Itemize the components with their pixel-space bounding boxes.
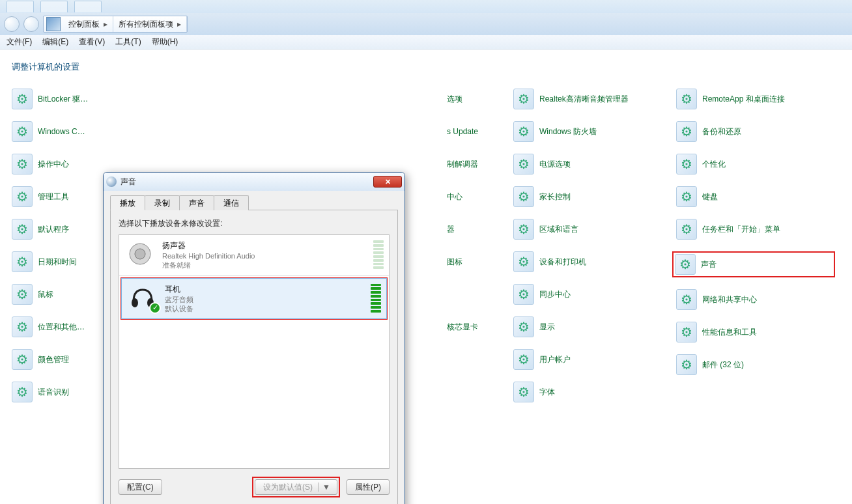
device-headphones[interactable]: ✓ 耳机 蓝牙音频 默认设备 <box>121 278 387 320</box>
configure-button[interactable]: 配置(C) <box>119 479 162 495</box>
browser-tab-strip <box>0 0 852 13</box>
cp-item-label: 性能信息和工具 <box>702 327 757 338</box>
browser-tab[interactable] <box>7 1 34 12</box>
cp-col5-item[interactable]: ⚙备份和还原 <box>672 121 835 142</box>
tab-sounds[interactable]: 声音 <box>179 195 214 210</box>
cp-col3-item[interactable]: ⚙图标 <box>417 251 509 272</box>
menu-help[interactable]: 帮助(H) <box>148 35 182 49</box>
cp-col4-item[interactable]: ⚙同步中心 <box>509 284 672 305</box>
cp-col4-item[interactable]: ⚙家长控制 <box>509 186 672 207</box>
set-default-button[interactable]: 设为默认值(S) ▼ <box>255 479 337 495</box>
breadcrumb[interactable]: 所有控制面板项 <box>113 16 187 32</box>
cp-col3-item[interactable]: ⚙器 <box>417 219 509 240</box>
cp-col4-item[interactable]: ⚙区域和语言 <box>509 219 672 240</box>
svg-point-1 <box>135 249 145 259</box>
set-default-label: 设为默认值(S) <box>263 482 313 493</box>
cp-item-label: 默认程序 <box>38 224 69 235</box>
cp-col3-item[interactable]: ⚙中心 <box>417 186 509 207</box>
device-driver: Realtek High Definition Audio <box>162 251 367 260</box>
cp-item-label: Windows 防火墙 <box>539 126 597 137</box>
cp-item-icon: ⚙ <box>513 154 534 175</box>
cp-item-label: 声音 <box>701 259 717 270</box>
cp-col3-item[interactable]: ⚙核芯显卡 <box>417 316 509 337</box>
headphones-icon: ✓ <box>127 284 158 311</box>
cp-item-label: 语音识别 <box>38 387 69 398</box>
cp-col1-item[interactable]: ⚙Windows C… <box>8 121 171 142</box>
cp-item-label: 网络和共享中心 <box>702 294 757 305</box>
nav-forward-button[interactable] <box>23 16 39 32</box>
tab-playback[interactable]: 播放 <box>110 195 145 210</box>
cp-col1-item[interactable]: ⚙BitLocker 驱… <box>8 89 171 109</box>
cp-col3-item[interactable]: ⚙ <box>417 284 509 305</box>
menu-view[interactable]: 查看(V) <box>75 35 109 49</box>
nav-back-button[interactable] <box>4 16 20 32</box>
menu-bar: 文件(F) 编辑(E) 查看(V) 工具(T) 帮助(H) <box>0 35 852 49</box>
menu-tools[interactable]: 工具(T) <box>111 35 145 49</box>
cp-item-icon: ⚙ <box>12 251 33 272</box>
device-name: 耳机 <box>165 284 364 295</box>
cp-item-icon: ⚙ <box>675 254 696 275</box>
cp-item-label: 键盘 <box>702 191 718 203</box>
tab-communications[interactable]: 通信 <box>214 195 249 210</box>
dialog-title-bar[interactable]: 声音 ✕ <box>104 173 405 191</box>
breadcrumb[interactable]: 控制面板 <box>63 16 113 32</box>
device-speakers[interactable]: 扬声器 Realtek High Definition Audio 准备就绪 <box>119 235 389 276</box>
menu-file[interactable]: 文件(F) <box>3 35 36 49</box>
cp-col4-item[interactable]: ⚙显示 <box>509 316 672 337</box>
cp-col5-item[interactable]: ⚙网络和共享中心 <box>672 289 835 310</box>
speaker-icon <box>124 240 156 268</box>
cp-col4-item[interactable]: ⚙字体 <box>509 382 672 402</box>
cp-col4-item[interactable]: ⚙设备和打印机 <box>509 251 672 272</box>
cp-item-icon: ⚙ <box>12 316 33 337</box>
cp-item-label: BitLocker 驱… <box>38 94 88 105</box>
browser-tab[interactable] <box>40 1 68 12</box>
cp-col4-item[interactable]: ⚙Realtek高清晰音频管理器 <box>509 89 672 109</box>
browser-tab[interactable] <box>74 1 102 12</box>
cp-col3-item[interactable]: ⚙s Update <box>417 121 509 142</box>
properties-button[interactable]: 属性(P) <box>347 479 390 495</box>
address-bar: 控制面板 所有控制面板项 <box>0 13 852 35</box>
cp-col5-item[interactable]: ⚙键盘 <box>672 186 835 207</box>
cp-item-label: Windows C… <box>38 127 85 136</box>
cp-item-icon: ⚙ <box>513 89 534 109</box>
cp-item-label: 设备和打印机 <box>539 257 586 268</box>
cp-col5-item[interactable]: ⚙个性化 <box>672 154 835 175</box>
cp-item-icon: ⚙ <box>676 219 697 240</box>
cp-col5-item[interactable]: ⚙RemoteApp 和桌面连接 <box>672 89 835 109</box>
cp-item-label: 电源选项 <box>539 159 571 170</box>
cp-col4-item[interactable]: ⚙用户帐户 <box>509 349 672 370</box>
instruction-text: 选择以下播放设备来修改设置: <box>119 218 390 229</box>
cp-item-label: 显示 <box>539 322 555 333</box>
cp-col5-item[interactable]: ⚙邮件 (32 位) <box>672 354 835 375</box>
cp-item-label: Realtek高清晰音频管理器 <box>539 94 629 105</box>
breadcrumb-box[interactable]: 控制面板 所有控制面板项 <box>43 16 188 33</box>
cp-item-label: 器 <box>447 224 455 235</box>
menu-edit[interactable]: 编辑(E) <box>38 35 72 49</box>
close-button[interactable]: ✕ <box>373 176 402 188</box>
cp-item-label: 制解调器 <box>447 159 478 170</box>
sound-icon <box>106 176 117 187</box>
cp-col4-item[interactable]: ⚙电源选项 <box>509 154 672 175</box>
tab-recording[interactable]: 录制 <box>145 195 180 210</box>
cp-item-label: 图标 <box>447 257 462 268</box>
cp-item-icon: ⚙ <box>513 219 534 240</box>
cp-item-label: 家长控制 <box>539 191 571 203</box>
cp-col5-item[interactable]: ⚙性能信息和工具 <box>672 322 835 343</box>
cp-col3-item[interactable]: ⚙制解调器 <box>417 154 509 175</box>
cp-item-label: 日期和时间 <box>38 257 77 268</box>
cp-col5-item[interactable]: ⚙声音 <box>672 251 835 277</box>
cp-item-label: 邮件 (32 位) <box>702 359 744 371</box>
cp-item-label: 颜色管理 <box>38 354 69 365</box>
cp-col5-item[interactable]: ⚙任务栏和「开始」菜单 <box>672 219 835 240</box>
cp-item-icon: ⚙ <box>676 154 697 175</box>
cp-item-icon: ⚙ <box>513 316 534 337</box>
cp-item-icon: ⚙ <box>676 89 697 109</box>
chevron-down-icon[interactable]: ▼ <box>318 483 334 492</box>
device-status: 准备就绪 <box>162 260 367 270</box>
playback-device-list[interactable]: 扬声器 Realtek High Definition Audio 准备就绪 ✓ <box>119 234 390 469</box>
cp-col4-item[interactable]: ⚙Windows 防火墙 <box>509 121 672 142</box>
cp-col3-item[interactable]: ⚙选项 <box>417 89 509 109</box>
cp-item-icon: ⚙ <box>513 251 534 272</box>
cp-item-icon: ⚙ <box>12 284 33 305</box>
dialog-title: 声音 <box>121 176 369 188</box>
